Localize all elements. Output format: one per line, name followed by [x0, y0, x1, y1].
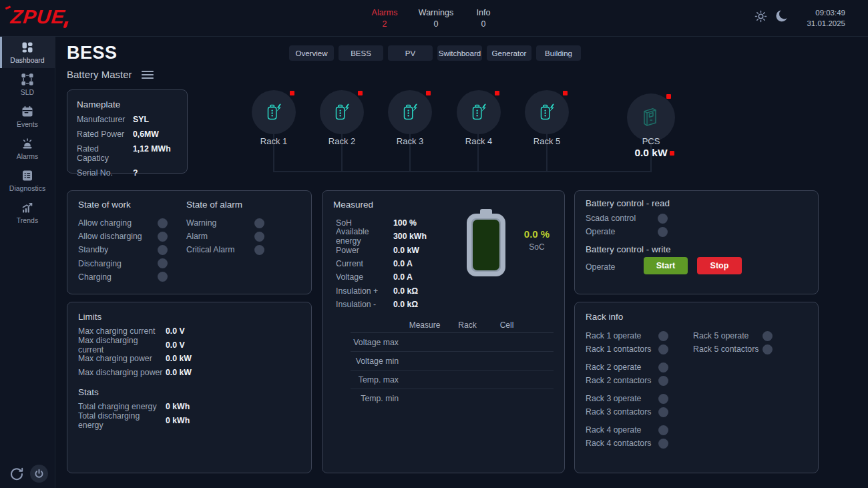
- rack-alarm-indicator: [290, 91, 294, 95]
- rack-info-card: Rack info Rack 1 operate Rack 1 contacto…: [574, 302, 819, 473]
- zpue-logo: ZPUE: [9, 6, 66, 28]
- rack-2-operate-indicator: [658, 362, 668, 373]
- state-row-label: Standby: [78, 245, 108, 254]
- tab-overview[interactable]: Overview: [289, 45, 334, 61]
- rack-3-node[interactable]: [388, 90, 432, 134]
- limit-label: Max discharging power: [78, 368, 166, 377]
- measured-label: Available energy: [336, 227, 393, 246]
- rack-info-label: Rack 3 contactors: [586, 407, 651, 417]
- rack-info-title: Rack info: [586, 312, 623, 322]
- operate-read-label: Operate: [586, 227, 615, 236]
- charging-indicator: [158, 272, 168, 282]
- nameplate-label: Manufacturer: [77, 115, 133, 124]
- rack-1-node[interactable]: [252, 90, 296, 134]
- rack-info-label: Rack 1 contactors: [586, 344, 651, 354]
- info-counter: Info 0: [459, 8, 507, 29]
- sidebar-item-sld[interactable]: SLD: [0, 68, 55, 100]
- tab-switchboard[interactable]: Switchboard: [437, 45, 482, 61]
- alarms-counter-value: 2: [361, 19, 409, 29]
- rack-5-label: Rack 5: [513, 136, 581, 146]
- alarm-indicator: [254, 232, 264, 242]
- sidebar-item-events[interactable]: Events: [0, 100, 55, 132]
- battery-control-write-title: Battery control - write: [586, 244, 671, 254]
- events-icon: [21, 105, 34, 118]
- start-button[interactable]: Start: [644, 257, 688, 274]
- state-card: State of work Allow charging Allow disch…: [67, 190, 312, 294]
- rack-4-node[interactable]: [457, 90, 501, 134]
- alarm-row-label: Critical Alarm: [186, 245, 234, 254]
- view-tabs: Overview BESS PV Switchboard Generator B…: [289, 45, 581, 61]
- nameplate-label: Serial No.: [77, 168, 133, 178]
- sidebar-item-diagnostics[interactable]: Diagnostics: [0, 164, 55, 196]
- limits-card: Limits Max charging current0.0 V Max dis…: [67, 302, 312, 473]
- warnings-counter-value: 0: [412, 19, 460, 29]
- limits-title: Limits: [78, 312, 300, 322]
- sidebar-item-trends[interactable]: Trends: [0, 196, 55, 228]
- clock-date: 31.01.2025: [807, 18, 845, 29]
- device-subtitle: Battery Master: [67, 69, 132, 80]
- state-row-label: Discharging: [78, 259, 122, 268]
- rack-1-contactors-indicator: [658, 344, 668, 354]
- limit-value: 0.0 kW: [166, 368, 192, 377]
- light-theme-sun-icon[interactable]: [754, 10, 767, 23]
- nameplate-value: SYL: [133, 115, 149, 124]
- nameplate-value: ?: [133, 168, 138, 178]
- sidebar-item-alarms[interactable]: Alarms: [0, 132, 55, 164]
- operate-write-label: Operate: [586, 262, 615, 272]
- allow-discharging-indicator: [158, 232, 168, 242]
- standby-indicator: [158, 245, 168, 255]
- measured-label: Power: [336, 246, 393, 255]
- stop-button[interactable]: Stop: [697, 257, 742, 274]
- rack-4-label: Rack 4: [445, 136, 513, 146]
- operate-read-indicator: [658, 227, 668, 237]
- sidebar-item-label: Alarms: [17, 152, 39, 160]
- rack-info-label: Rack 5 contactors: [693, 344, 758, 354]
- tab-building[interactable]: Building: [536, 45, 581, 61]
- rack-3-label: Rack 3: [376, 136, 444, 146]
- tab-pv[interactable]: PV: [388, 45, 433, 61]
- measured-card: Measured SoH100 % Available energy300 kW…: [322, 190, 565, 473]
- measured-value: 0.0 A: [393, 259, 413, 268]
- rack-2-contactors-indicator: [658, 376, 668, 386]
- bus-connector: [273, 171, 652, 172]
- measured-label: Voltage: [336, 272, 393, 282]
- battery-soc-graphic: [467, 214, 505, 276]
- pcs-power-alarm-indicator: [670, 151, 674, 156]
- dark-theme-moon-icon[interactable]: [775, 9, 789, 23]
- limit-value: 0.0 V: [166, 326, 185, 336]
- rack-2-node[interactable]: [320, 90, 364, 134]
- refresh-button[interactable]: [9, 467, 24, 481]
- sidebar-item-label: Events: [17, 120, 38, 128]
- sidebar-item-dashboard[interactable]: Dashboard: [0, 36, 55, 68]
- pcs-node[interactable]: [627, 93, 675, 142]
- rack-info-label: Rack 1 operate: [586, 331, 641, 340]
- measure-table-header: Rack: [448, 320, 487, 330]
- pcs-alarm-indicator: [666, 94, 671, 99]
- limit-label: Max charging power: [78, 354, 166, 363]
- power-button[interactable]: [30, 465, 48, 483]
- device-menu-hamburger-icon[interactable]: [141, 69, 154, 80]
- rack-3-contactors-indicator: [658, 407, 668, 417]
- measured-label: Insulation -: [336, 300, 393, 309]
- state-of-work-title: State of work: [78, 200, 131, 210]
- rack-info-label: Rack 2 operate: [586, 362, 641, 372]
- measured-label: SoH: [336, 218, 393, 228]
- top-bar: ZPUE Alarms 2 Warnings 0 Info 0: [0, 0, 868, 37]
- rack-5-node[interactable]: [525, 90, 569, 134]
- state-row-label: Allow charging: [78, 218, 132, 228]
- page-title: BESS: [67, 43, 118, 63]
- tab-bess[interactable]: BESS: [339, 45, 383, 61]
- measured-value: 0.0 kΩ: [393, 286, 418, 296]
- tab-generator[interactable]: Generator: [487, 45, 531, 61]
- rack-5-contactors-indicator: [763, 344, 773, 354]
- soc-readout: 0.0 % SoC: [511, 228, 562, 252]
- measured-value: 100 %: [393, 218, 417, 228]
- pcs-power-value: 0.0 kW: [618, 147, 684, 159]
- stat-value: 0 kWh: [166, 402, 190, 411]
- alarm-row-label: Warning: [186, 218, 216, 228]
- measured-title: Measured: [333, 200, 373, 210]
- bess-dashboard: ZPUE Alarms 2 Warnings 0 Info 0: [0, 0, 868, 488]
- discharging-indicator: [158, 258, 168, 268]
- rack-info-label: Rack 2 contactors: [586, 376, 651, 385]
- sidebar-item-label: Diagnostics: [9, 184, 45, 192]
